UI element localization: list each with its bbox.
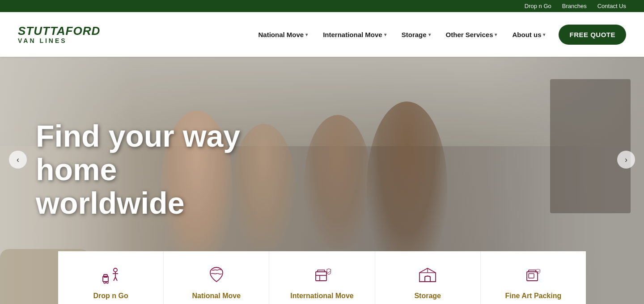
hero-content: Find your way home worldwide [36,119,304,220]
svg-point-3 [106,282,108,283]
free-quote-button[interactable]: FREE QUOTE [559,25,626,45]
nav-storage[interactable]: Storage ▾ [395,27,437,42]
topbar-drop-n-go[interactable]: Drop n Go [525,3,551,9]
chevron-down-icon: ▾ [495,32,497,37]
chevron-down-icon: ▾ [543,32,545,37]
svg-line-7 [114,277,115,281]
svg-line-8 [115,277,117,281]
svg-rect-13 [425,276,430,282]
storage-icon [417,264,438,285]
service-card-storage-label: Storage [414,291,441,301]
service-card-storage[interactable]: Storage [375,251,481,304]
hero-section: Find your way home worldwide ‹ › [0,57,644,304]
service-card-fine-art-packing[interactable]: Fine Art Packing [481,251,586,304]
nav-international-move[interactable]: International Move ▾ [317,27,393,42]
service-card-fine-art-packing-label: Fine Art Packing [505,291,562,301]
fine-art-packing-icon [522,264,544,285]
nav-about-us[interactable]: About us ▾ [506,27,551,42]
svg-rect-1 [104,274,107,277]
svg-rect-9 [316,272,326,281]
hero-title: Find your way home worldwide [36,119,304,220]
top-bar: Drop n Go Branches Contact Us [0,0,644,12]
carousel-prev-button[interactable]: ‹ [9,151,27,169]
nav-other-services[interactable]: Other Services ▾ [440,27,504,42]
service-card-international-move[interactable]: International Move [269,251,375,304]
international-move-icon [311,264,333,285]
service-cards: Drop n Go National Move [0,251,644,304]
svg-point-4 [114,268,117,272]
service-card-drop-n-go-label: Drop n Go [93,291,128,301]
drop-n-go-icon [100,264,122,285]
chevron-down-icon: ▾ [305,32,308,37]
nav-national-move[interactable]: National Move ▾ [252,27,314,42]
topbar-branches[interactable]: Branches [562,3,587,9]
carousel-next-button[interactable]: › [617,151,635,169]
svg-point-2 [104,282,106,283]
national-move-icon [206,264,227,285]
chevron-down-icon: ▾ [428,32,431,37]
service-card-international-move-label: International Move [290,291,353,301]
chevron-down-icon: ▾ [384,32,386,37]
main-nav: National Move ▾ International Move ▾ Sto… [252,25,627,45]
header: StuttaforD VAN LINES National Move ▾ Int… [0,12,644,57]
service-card-national-move[interactable]: National Move [164,251,269,304]
service-card-drop-n-go[interactable]: Drop n Go [58,251,164,304]
topbar-contact-us[interactable]: Contact Us [597,3,626,9]
logo-bottom: VAN LINES [18,38,100,44]
service-card-national-move-label: National Move [192,291,241,301]
logo[interactable]: StuttaforD VAN LINES [18,25,100,44]
logo-top: StuttaforD [18,25,100,38]
svg-rect-17 [529,274,534,278]
